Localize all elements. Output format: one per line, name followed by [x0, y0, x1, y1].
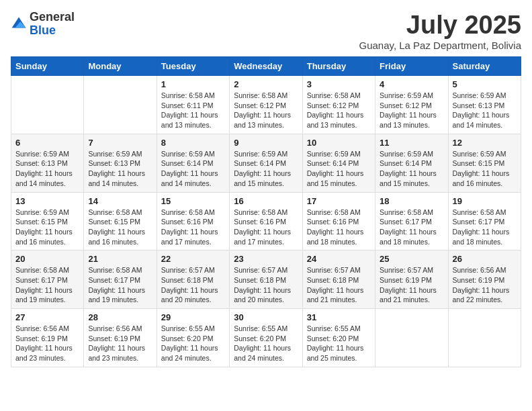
- calendar-cell: 15Sunrise: 6:58 AM Sunset: 6:16 PM Dayli…: [157, 192, 229, 250]
- day-number: 7: [88, 138, 152, 148]
- day-number: 13: [15, 196, 79, 206]
- day-info: Sunrise: 6:59 AM Sunset: 6:13 PM Dayligh…: [15, 149, 79, 189]
- day-info: Sunrise: 6:58 AM Sunset: 6:17 PM Dayligh…: [88, 265, 152, 305]
- day-info: Sunrise: 6:58 AM Sunset: 6:17 PM Dayligh…: [15, 265, 79, 305]
- logo-blue-text: Blue: [30, 24, 75, 38]
- weekday-header-row: SundayMondayTuesdayWednesdayThursdayFrid…: [11, 57, 521, 76]
- location-title: Guanay, La Paz Department, Bolivia: [359, 40, 521, 51]
- calendar-cell: 25Sunrise: 6:57 AM Sunset: 6:19 PM Dayli…: [375, 250, 448, 309]
- weekday-header-tuesday: Tuesday: [157, 57, 229, 76]
- day-info: Sunrise: 6:58 AM Sunset: 6:12 PM Dayligh…: [307, 91, 371, 130]
- day-number: 5: [453, 79, 517, 89]
- day-info: Sunrise: 6:58 AM Sunset: 6:16 PM Dayligh…: [161, 208, 225, 247]
- page-header: General Blue July 2025 Guanay, La Paz De…: [11, 11, 521, 51]
- day-number: 3: [307, 79, 371, 89]
- day-info: Sunrise: 6:58 AM Sunset: 6:17 PM Dayligh…: [380, 208, 443, 247]
- calendar-week-4: 20Sunrise: 6:58 AM Sunset: 6:17 PM Dayli…: [11, 250, 521, 309]
- calendar-cell: 2Sunrise: 6:58 AM Sunset: 6:12 PM Daylig…: [230, 76, 302, 134]
- day-number: 4: [380, 79, 443, 89]
- day-number: 20: [15, 254, 79, 264]
- day-info: Sunrise: 6:59 AM Sunset: 6:14 PM Dayligh…: [307, 149, 371, 189]
- day-number: 23: [234, 254, 298, 264]
- calendar-cell: 21Sunrise: 6:58 AM Sunset: 6:17 PM Dayli…: [84, 250, 157, 309]
- calendar-table: SundayMondayTuesdayWednesdayThursdayFrid…: [11, 56, 521, 367]
- calendar-cell: 14Sunrise: 6:58 AM Sunset: 6:15 PM Dayli…: [84, 192, 157, 250]
- calendar-cell: 24Sunrise: 6:57 AM Sunset: 6:18 PM Dayli…: [302, 250, 375, 309]
- calendar-cell: 11Sunrise: 6:59 AM Sunset: 6:14 PM Dayli…: [375, 134, 448, 192]
- weekday-header-saturday: Saturday: [448, 57, 521, 76]
- calendar-cell: 16Sunrise: 6:58 AM Sunset: 6:16 PM Dayli…: [230, 192, 302, 250]
- day-info: Sunrise: 6:59 AM Sunset: 6:15 PM Dayligh…: [453, 149, 517, 189]
- day-number: 17: [307, 196, 371, 206]
- day-number: 26: [453, 254, 517, 264]
- calendar-cell: 31Sunrise: 6:55 AM Sunset: 6:20 PM Dayli…: [302, 309, 375, 367]
- day-number: 12: [453, 138, 517, 148]
- calendar-cell: 5Sunrise: 6:59 AM Sunset: 6:13 PM Daylig…: [448, 76, 521, 134]
- calendar-cell: 28Sunrise: 6:56 AM Sunset: 6:19 PM Dayli…: [84, 309, 157, 367]
- calendar-cell: [11, 76, 84, 134]
- logo-icon: [11, 16, 27, 32]
- day-info: Sunrise: 6:59 AM Sunset: 6:14 PM Dayligh…: [234, 149, 298, 189]
- day-info: Sunrise: 6:58 AM Sunset: 6:11 PM Dayligh…: [161, 91, 225, 130]
- calendar-cell: 9Sunrise: 6:59 AM Sunset: 6:14 PM Daylig…: [230, 134, 302, 192]
- day-info: Sunrise: 6:55 AM Sunset: 6:20 PM Dayligh…: [161, 324, 225, 363]
- day-number: 21: [88, 254, 152, 264]
- day-number: 2: [234, 79, 298, 89]
- day-info: Sunrise: 6:57 AM Sunset: 6:19 PM Dayligh…: [380, 265, 443, 305]
- day-number: 22: [161, 254, 225, 264]
- calendar-cell: 29Sunrise: 6:55 AM Sunset: 6:20 PM Dayli…: [157, 309, 229, 367]
- day-info: Sunrise: 6:57 AM Sunset: 6:18 PM Dayligh…: [234, 265, 298, 305]
- day-number: 14: [88, 196, 152, 206]
- day-info: Sunrise: 6:59 AM Sunset: 6:13 PM Dayligh…: [88, 149, 152, 189]
- calendar-cell: 12Sunrise: 6:59 AM Sunset: 6:15 PM Dayli…: [448, 134, 521, 192]
- day-info: Sunrise: 6:56 AM Sunset: 6:19 PM Dayligh…: [15, 324, 79, 363]
- day-number: 10: [307, 138, 371, 148]
- logo-general-text: General: [30, 11, 75, 24]
- calendar-cell: [84, 76, 157, 134]
- day-number: 8: [161, 138, 225, 148]
- month-title: July 2025: [359, 11, 521, 40]
- day-number: 16: [234, 196, 298, 206]
- day-number: 6: [15, 138, 79, 148]
- day-info: Sunrise: 6:59 AM Sunset: 6:14 PM Dayligh…: [161, 149, 225, 189]
- calendar-cell: 10Sunrise: 6:59 AM Sunset: 6:14 PM Dayli…: [302, 134, 375, 192]
- calendar-cell: [448, 309, 521, 367]
- day-info: Sunrise: 6:55 AM Sunset: 6:20 PM Dayligh…: [307, 324, 371, 363]
- day-number: 24: [307, 254, 371, 264]
- calendar-cell: 4Sunrise: 6:59 AM Sunset: 6:12 PM Daylig…: [375, 76, 448, 134]
- day-info: Sunrise: 6:57 AM Sunset: 6:18 PM Dayligh…: [161, 265, 225, 305]
- day-number: 28: [88, 312, 152, 322]
- day-number: 1: [161, 79, 225, 89]
- day-number: 9: [234, 138, 298, 148]
- day-number: 30: [234, 312, 298, 322]
- calendar-cell: 23Sunrise: 6:57 AM Sunset: 6:18 PM Dayli…: [230, 250, 302, 309]
- day-info: Sunrise: 6:58 AM Sunset: 6:15 PM Dayligh…: [88, 208, 152, 247]
- calendar-cell: 6Sunrise: 6:59 AM Sunset: 6:13 PM Daylig…: [11, 134, 84, 192]
- weekday-header-monday: Monday: [84, 57, 157, 76]
- calendar-cell: 1Sunrise: 6:58 AM Sunset: 6:11 PM Daylig…: [157, 76, 229, 134]
- calendar-week-1: 1Sunrise: 6:58 AM Sunset: 6:11 PM Daylig…: [11, 76, 521, 134]
- calendar-week-2: 6Sunrise: 6:59 AM Sunset: 6:13 PM Daylig…: [11, 134, 521, 192]
- day-number: 15: [161, 196, 225, 206]
- calendar-week-5: 27Sunrise: 6:56 AM Sunset: 6:19 PM Dayli…: [11, 309, 521, 367]
- calendar-week-3: 13Sunrise: 6:59 AM Sunset: 6:15 PM Dayli…: [11, 192, 521, 250]
- calendar-cell: 20Sunrise: 6:58 AM Sunset: 6:17 PM Dayli…: [11, 250, 84, 309]
- calendar-cell: 19Sunrise: 6:58 AM Sunset: 6:17 PM Dayli…: [448, 192, 521, 250]
- day-number: 18: [380, 196, 443, 206]
- logo: General Blue: [11, 11, 75, 38]
- day-info: Sunrise: 6:59 AM Sunset: 6:12 PM Dayligh…: [380, 91, 443, 130]
- calendar-cell: 18Sunrise: 6:58 AM Sunset: 6:17 PM Dayli…: [375, 192, 448, 250]
- day-info: Sunrise: 6:58 AM Sunset: 6:16 PM Dayligh…: [234, 208, 298, 247]
- calendar-cell: 30Sunrise: 6:55 AM Sunset: 6:20 PM Dayli…: [230, 309, 302, 367]
- calendar-cell: 22Sunrise: 6:57 AM Sunset: 6:18 PM Dayli…: [157, 250, 229, 309]
- calendar-cell: 3Sunrise: 6:58 AM Sunset: 6:12 PM Daylig…: [302, 76, 375, 134]
- weekday-header-wednesday: Wednesday: [230, 57, 302, 76]
- day-info: Sunrise: 6:59 AM Sunset: 6:14 PM Dayligh…: [380, 149, 443, 189]
- day-info: Sunrise: 6:59 AM Sunset: 6:15 PM Dayligh…: [15, 208, 79, 247]
- calendar-cell: [375, 309, 448, 367]
- day-number: 11: [380, 138, 443, 148]
- calendar-cell: 17Sunrise: 6:58 AM Sunset: 6:16 PM Dayli…: [302, 192, 375, 250]
- day-info: Sunrise: 6:58 AM Sunset: 6:16 PM Dayligh…: [307, 208, 371, 247]
- day-info: Sunrise: 6:58 AM Sunset: 6:17 PM Dayligh…: [453, 208, 517, 247]
- day-info: Sunrise: 6:55 AM Sunset: 6:20 PM Dayligh…: [234, 324, 298, 363]
